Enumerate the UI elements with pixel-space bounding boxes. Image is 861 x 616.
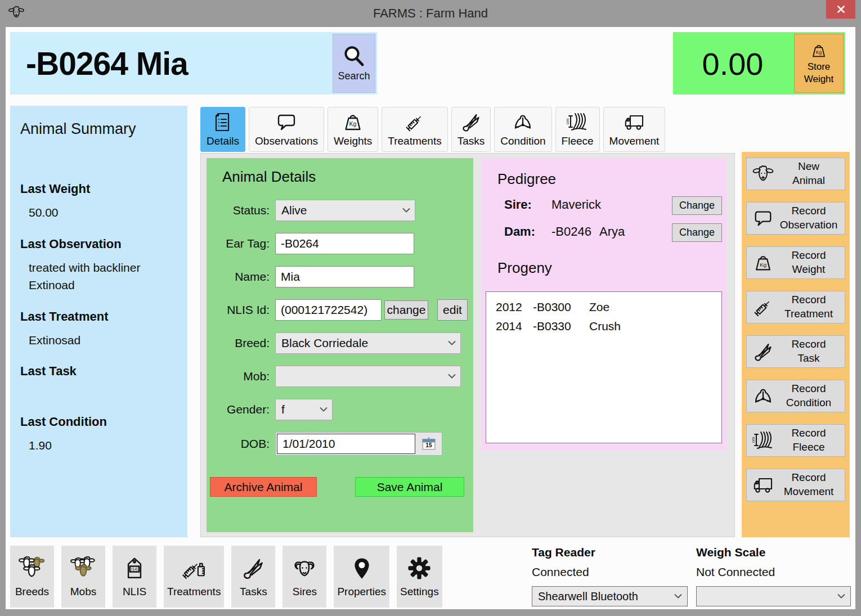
kg-weight-icon bbox=[342, 111, 364, 133]
nlis-edit-button[interactable]: edit bbox=[437, 299, 468, 321]
ram-icon bbox=[292, 555, 317, 581]
kg-weight-icon bbox=[810, 42, 828, 60]
tab-tasks[interactable]: Tasks bbox=[451, 107, 491, 152]
truck-icon bbox=[623, 111, 645, 133]
tag-reader-dropdown[interactable]: Shearwell Bluetooth bbox=[532, 586, 688, 606]
record-task-button[interactable]: RecordTask bbox=[746, 335, 845, 368]
sire-value: Maverick bbox=[551, 197, 601, 212]
nlis-button[interactable]: NLIS bbox=[113, 546, 156, 608]
weigh-scale-dropdown[interactable] bbox=[696, 586, 851, 606]
syringe-icon bbox=[752, 296, 774, 318]
tab-treatments[interactable]: Treatments bbox=[382, 107, 447, 152]
shears-icon bbox=[460, 111, 482, 133]
dob-input[interactable] bbox=[277, 434, 415, 454]
mob-dropdown[interactable] bbox=[275, 366, 461, 387]
pedigree-panel: Pedigree Sire: Maverick Change Dam: -B02… bbox=[482, 158, 727, 451]
summary-label-last-treatment: Last Treatment bbox=[20, 309, 176, 324]
fleece-icon bbox=[752, 429, 774, 452]
dob-label: DOB: bbox=[207, 437, 270, 451]
live-weight-panel: 0.00 Store Weight bbox=[673, 32, 845, 95]
progeny-tag: -B0330 bbox=[533, 320, 589, 333]
close-button[interactable] bbox=[826, 0, 855, 19]
record-movement-button[interactable]: RecordMovement bbox=[746, 469, 845, 501]
condition-score-icon bbox=[512, 111, 534, 133]
gender-label: Gender: bbox=[207, 403, 270, 416]
tab-fleece-label: Fleece bbox=[562, 135, 594, 147]
sheep-icon bbox=[752, 163, 774, 185]
search-button[interactable]: Search bbox=[333, 34, 375, 93]
store-weight-button[interactable]: Store Weight bbox=[794, 34, 844, 93]
record-observation-button[interactable]: RecordObservation bbox=[746, 202, 845, 235]
speech-bubble-icon bbox=[752, 208, 774, 229]
record-condition-button[interactable]: RecordCondition bbox=[746, 380, 845, 412]
titlebar: FARMS : Farm Hand bbox=[0, 0, 861, 27]
change-dam-button[interactable]: Change bbox=[672, 223, 722, 242]
search-icon bbox=[342, 44, 366, 68]
progeny-listbox[interactable]: 2012 -B0300 Zoe 2014 -B0330 Crush bbox=[486, 291, 722, 443]
chevron-down-icon bbox=[448, 341, 456, 346]
animal-header-panel: -B0264 Mia Search bbox=[10, 32, 377, 95]
app-window: FARMS : Farm Hand -B0264 Mia Search 0.00… bbox=[0, 0, 861, 616]
progeny-name: Crush bbox=[589, 320, 621, 333]
tab-details[interactable]: Details bbox=[200, 107, 245, 152]
tab-condition[interactable]: Condition bbox=[494, 107, 551, 152]
treatments-button[interactable]: Treatments bbox=[164, 546, 224, 608]
ear-tag-input[interactable] bbox=[275, 233, 414, 254]
tab-movement[interactable]: Movement bbox=[603, 107, 666, 152]
save-animal-label: Save Animal bbox=[377, 480, 443, 494]
dam-value: -B0246Arya bbox=[551, 224, 625, 239]
summary-label-last-observation: Last Observation bbox=[20, 237, 176, 251]
nlis-change-button[interactable]: change bbox=[384, 300, 428, 320]
animal-details-title: Animal Details bbox=[222, 168, 316, 186]
name-input[interactable] bbox=[275, 266, 414, 287]
change-dam-label: Change bbox=[679, 227, 715, 239]
animal-details-form: Status: Alive Ear Tag: Name: bbox=[207, 200, 473, 467]
chevron-down-icon bbox=[837, 594, 845, 599]
shears-icon bbox=[240, 555, 266, 581]
speech-bubble-icon bbox=[275, 111, 298, 133]
chevron-down-icon bbox=[448, 374, 456, 379]
tab-treatments-label: Treatments bbox=[388, 135, 441, 147]
chevron-down-icon bbox=[320, 407, 328, 412]
nlis-id-input[interactable] bbox=[275, 299, 382, 321]
status-label: Status: bbox=[207, 204, 270, 217]
syringe-icon bbox=[403, 111, 426, 133]
window-title: FARMS : Farm Hand bbox=[0, 6, 861, 21]
tab-observations[interactable]: Observations bbox=[249, 107, 324, 152]
record-treatment-button[interactable]: RecordTreatment bbox=[746, 291, 845, 323]
tasks-button[interactable]: Tasks bbox=[231, 546, 275, 608]
nlis-edit-label: edit bbox=[443, 303, 462, 317]
kg-weight-icon bbox=[752, 252, 774, 273]
tab-weights[interactable]: Weights bbox=[328, 107, 378, 152]
mobs-button[interactable]: Mobs bbox=[61, 546, 105, 608]
record-weight-button[interactable]: RecordWeight bbox=[746, 246, 845, 279]
status-dropdown[interactable]: Alive bbox=[275, 200, 415, 221]
record-fleece-button[interactable]: RecordFleece bbox=[746, 424, 845, 457]
weigh-scale-status: Not Connected bbox=[696, 565, 851, 579]
breeds-button[interactable]: Breeds bbox=[10, 546, 54, 608]
animal-title: -B0264 Mia bbox=[26, 45, 188, 82]
change-sire-button[interactable]: Change bbox=[672, 196, 722, 215]
actions-sidebar: NewAnimal RecordObservation RecordWeight… bbox=[742, 152, 850, 537]
progeny-title: Progeny bbox=[497, 259, 552, 277]
progeny-tag: -B0300 bbox=[533, 300, 589, 314]
dam-label: Dam: bbox=[504, 224, 546, 239]
progeny-row[interactable]: 2014 -B0330 Crush bbox=[486, 317, 721, 336]
bottom-toolbar: Breeds Mobs NLIS Treatments Tasks Sires bbox=[10, 546, 442, 608]
new-animal-button[interactable]: NewAnimal bbox=[746, 158, 845, 190]
archive-animal-button[interactable]: Archive Animal bbox=[210, 477, 317, 497]
tab-bar: Details Observations Weights Treatments … bbox=[200, 107, 665, 152]
progeny-row[interactable]: 2012 -B0300 Zoe bbox=[486, 298, 721, 317]
sires-button[interactable]: Sires bbox=[282, 546, 326, 608]
properties-button[interactable]: Properties bbox=[334, 546, 389, 608]
calendar-button[interactable] bbox=[417, 434, 441, 454]
tab-fleece[interactable]: Fleece bbox=[555, 107, 600, 152]
gender-dropdown[interactable]: f bbox=[275, 399, 333, 420]
save-animal-button[interactable]: Save Animal bbox=[355, 477, 464, 497]
fleece-icon bbox=[566, 111, 589, 133]
close-x-icon bbox=[837, 5, 845, 14]
truck-icon bbox=[752, 474, 774, 496]
animal-details-panel: Animal Details Status: Alive Ear Tag: bbox=[207, 158, 473, 532]
breed-dropdown[interactable]: Black Corriedale bbox=[275, 332, 461, 354]
settings-button[interactable]: Settings bbox=[397, 546, 442, 608]
